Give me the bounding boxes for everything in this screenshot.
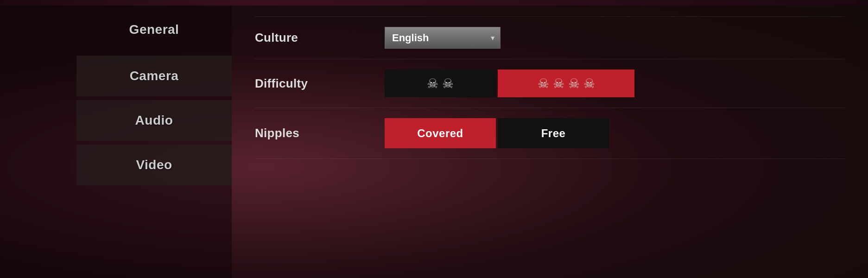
sidebar-item-video[interactable]: Video <box>76 145 232 185</box>
top-strip <box>0 0 868 6</box>
nipples-covered-button[interactable]: Covered <box>385 118 496 148</box>
sidebar: General Camera Audio Video <box>0 0 232 278</box>
sidebar-label-video: Video <box>136 158 172 172</box>
difficulty-hard-button[interactable]: ☠ ☠ ☠ ☠ <box>498 70 634 97</box>
culture-row: Culture English French German Spanish It… <box>255 16 845 59</box>
nipples-controls: Covered Free <box>385 118 609 148</box>
difficulty-label: Difficulty <box>255 76 348 91</box>
difficulty-normal-button[interactable]: ☠ ☠ <box>385 70 496 97</box>
skull-icon-4: ☠ <box>553 76 564 91</box>
culture-label: Culture <box>255 31 348 45</box>
difficulty-row: Difficulty ☠ ☠ ☠ ☠ ☠ ☠ <box>255 59 845 108</box>
culture-select-wrapper[interactable]: English French German Spanish Italian <box>385 27 501 49</box>
skull-icon-3: ☠ <box>538 76 549 91</box>
nipples-covered-label: Covered <box>417 127 463 140</box>
nipples-free-button[interactable]: Free <box>498 118 609 148</box>
skull-icon-6: ☠ <box>583 76 595 91</box>
sidebar-item-audio[interactable]: Audio <box>76 100 232 141</box>
nipples-free-label: Free <box>541 127 566 140</box>
main-content: Culture English French German Spanish It… <box>232 0 868 278</box>
nipples-row: Nipples Covered Free <box>255 108 845 159</box>
culture-controls: English French German Spanish Italian <box>385 27 501 49</box>
difficulty-controls: ☠ ☠ ☠ ☠ ☠ ☠ <box>385 70 634 97</box>
sidebar-label-general: General <box>129 22 179 37</box>
sidebar-item-camera[interactable]: Camera <box>76 56 232 96</box>
sidebar-label-camera: Camera <box>130 69 179 83</box>
sidebar-item-general[interactable]: General <box>76 9 232 50</box>
nipples-label: Nipples <box>255 126 348 140</box>
skull-icon-1: ☠ <box>427 76 438 91</box>
skull-icon-5: ☠ <box>568 76 580 91</box>
sidebar-label-audio: Audio <box>135 113 173 128</box>
skull-icon-2: ☠ <box>442 76 454 91</box>
culture-select[interactable]: English French German Spanish Italian <box>385 27 501 49</box>
